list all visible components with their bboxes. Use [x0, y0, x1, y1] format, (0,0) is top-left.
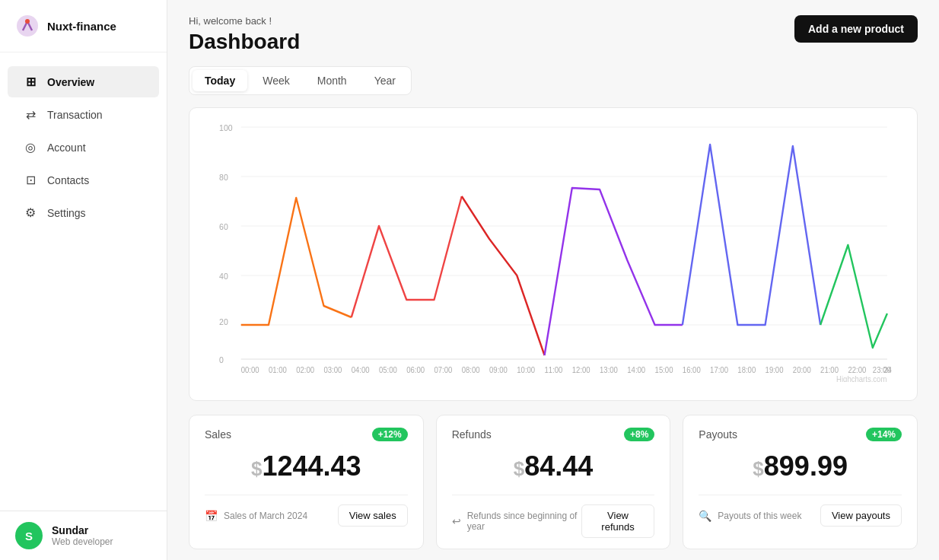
svg-text:20: 20: [219, 317, 228, 326]
settings-icon: ⚙: [23, 205, 38, 220]
stat-card-sales: Sales +12% $1244.43 📅 Sales of March 202…: [189, 415, 424, 549]
svg-text:08:00: 08:00: [462, 366, 480, 374]
stat-amount-refunds: $84.44: [452, 450, 655, 482]
avatar: S: [15, 522, 43, 549]
svg-text:09:00: 09:00: [489, 366, 508, 374]
svg-text:40: 40: [219, 272, 228, 281]
stat-footer-info-payouts: 🔍 Payouts of this week: [699, 510, 801, 522]
stat-badge-sales: +12%: [372, 428, 408, 441]
stat-header-refunds: Refunds +8%: [452, 428, 655, 441]
chart-container: 100 80 60 40 20 0 00:00 01:00 02:00 03:0…: [189, 107, 918, 401]
svg-text:80: 80: [219, 173, 228, 182]
stat-footer-payouts: 🔍 Payouts of this week View payouts: [699, 495, 902, 527]
svg-text:15:00: 15:00: [655, 366, 673, 374]
stat-card-payouts: Payouts +14% $899.99 🔍 Payouts of this w…: [683, 415, 918, 549]
nav-list: ⊞ Overview ⇄ Transaction ◎ Account ⊡ Con…: [0, 52, 167, 511]
svg-text:03:00: 03:00: [323, 366, 342, 374]
svg-text:10:00: 10:00: [517, 366, 535, 374]
sidebar-item-settings[interactable]: ⚙ Settings: [8, 197, 159, 228]
stat-footer-info-refunds: ↩ Refunds since beginning of year: [452, 511, 581, 532]
svg-text:100: 100: [219, 123, 233, 132]
stat-footer-refunds: ↩ Refunds since beginning of year View r…: [452, 495, 655, 538]
svg-text:19:00: 19:00: [766, 366, 784, 374]
svg-text:02:00: 02:00: [296, 366, 314, 374]
user-info: Sundar Web developer: [52, 524, 113, 547]
sidebar-item-label: Contacts: [47, 174, 89, 186]
svg-text:04:00: 04:00: [352, 366, 370, 374]
svg-text:22:00: 22:00: [848, 366, 866, 374]
svg-text:01:00: 01:00: [269, 366, 287, 374]
stat-footer-text-sales: Sales of March 2024: [224, 511, 307, 521]
svg-text:14:00: 14:00: [627, 366, 645, 374]
svg-text:0: 0: [219, 355, 224, 364]
logo-text: Nuxt-finance: [47, 20, 116, 33]
page-title: Dashboard: [189, 30, 300, 54]
welcome-text: Hi, welcome back !: [189, 15, 300, 27]
svg-text:12:00: 12:00: [572, 366, 590, 374]
stat-header-sales: Sales +12%: [205, 428, 408, 441]
svg-text:20:00: 20:00: [793, 366, 811, 374]
stat-footer-sales: 📅 Sales of March 2024 View sales: [205, 495, 408, 527]
stat-badge-refunds: +8%: [624, 428, 654, 441]
sidebar-item-label: Settings: [47, 207, 86, 219]
sidebar-item-label: Account: [47, 142, 86, 154]
sidebar-item-overview[interactable]: ⊞ Overview: [8, 66, 159, 97]
period-tabs: Today Week Month Year: [189, 66, 412, 95]
svg-text:21:00: 21:00: [820, 366, 839, 374]
stat-amount-payouts: $899.99: [699, 450, 902, 482]
svg-text:Highcharts.com: Highcharts.com: [836, 375, 886, 382]
contacts-icon: ⊡: [23, 173, 38, 187]
sidebar-item-label: Overview: [47, 76, 94, 88]
svg-text:07:00: 07:00: [434, 366, 453, 374]
stats-row: Sales +12% $1244.43 📅 Sales of March 202…: [189, 415, 918, 549]
refund-icon: ↩: [452, 515, 461, 527]
title-area: Hi, welcome back ! Dashboard: [189, 15, 300, 54]
user-profile: S Sundar Web developer: [0, 511, 167, 560]
overview-icon: ⊞: [23, 75, 38, 89]
search-icon: 🔍: [699, 510, 711, 522]
tab-year[interactable]: Year: [362, 70, 408, 91]
stat-footer-info-sales: 📅 Sales of March 2024: [205, 510, 307, 522]
svg-text:16:00: 16:00: [683, 366, 701, 374]
stat-label-refunds: Refunds: [452, 428, 492, 441]
logo-area: Nuxt-finance: [0, 0, 167, 52]
view-refunds-button[interactable]: View refunds: [581, 504, 655, 538]
svg-text:24: 24: [883, 366, 892, 374]
svg-text:60: 60: [219, 222, 228, 231]
svg-text:11:00: 11:00: [545, 366, 563, 374]
line-chart: 100 80 60 40 20 0 00:00 01:00 02:00 03:0…: [205, 123, 902, 382]
calendar-icon: 📅: [205, 510, 218, 522]
transaction-icon: ⇄: [23, 107, 38, 122]
stat-footer-text-refunds: Refunds since beginning of year: [467, 511, 581, 532]
svg-text:00:00: 00:00: [241, 366, 259, 374]
stat-footer-text-payouts: Payouts of this week: [718, 511, 801, 521]
view-sales-button[interactable]: View sales: [338, 504, 408, 527]
stat-label-sales: Sales: [205, 428, 231, 441]
sidebar: Nuxt-finance ⊞ Overview ⇄ Transaction ◎ …: [0, 0, 167, 560]
user-role: Web developer: [52, 536, 113, 547]
svg-text:13:00: 13:00: [600, 366, 618, 374]
stat-badge-payouts: +14%: [866, 428, 902, 441]
svg-text:18:00: 18:00: [737, 366, 756, 374]
svg-text:06:00: 06:00: [406, 366, 425, 374]
tab-month[interactable]: Month: [305, 70, 359, 91]
svg-point-0: [17, 15, 38, 37]
tab-today[interactable]: Today: [193, 70, 247, 91]
sidebar-item-label: Transaction: [47, 109, 103, 121]
stat-label-payouts: Payouts: [699, 428, 737, 441]
account-icon: ◎: [23, 140, 38, 154]
add-product-button[interactable]: Add a new product: [794, 15, 918, 43]
view-payouts-button[interactable]: View payouts: [820, 504, 902, 527]
header-row: Hi, welcome back ! Dashboard Add a new p…: [189, 15, 918, 54]
tab-week[interactable]: Week: [250, 70, 302, 91]
sidebar-item-transaction[interactable]: ⇄ Transaction: [8, 99, 159, 130]
svg-point-1: [25, 19, 30, 24]
svg-text:17:00: 17:00: [710, 366, 728, 374]
sidebar-item-contacts[interactable]: ⊡ Contacts: [8, 164, 159, 196]
user-name: Sundar: [52, 524, 113, 536]
sidebar-item-account[interactable]: ◎ Account: [8, 132, 159, 163]
svg-text:05:00: 05:00: [379, 366, 397, 374]
stat-card-refunds: Refunds +8% $84.44 ↩ Refunds since begin…: [436, 415, 671, 549]
stat-amount-sales: $1244.43: [205, 450, 408, 482]
main-content: Hi, welcome back ! Dashboard Add a new p…: [167, 0, 939, 560]
